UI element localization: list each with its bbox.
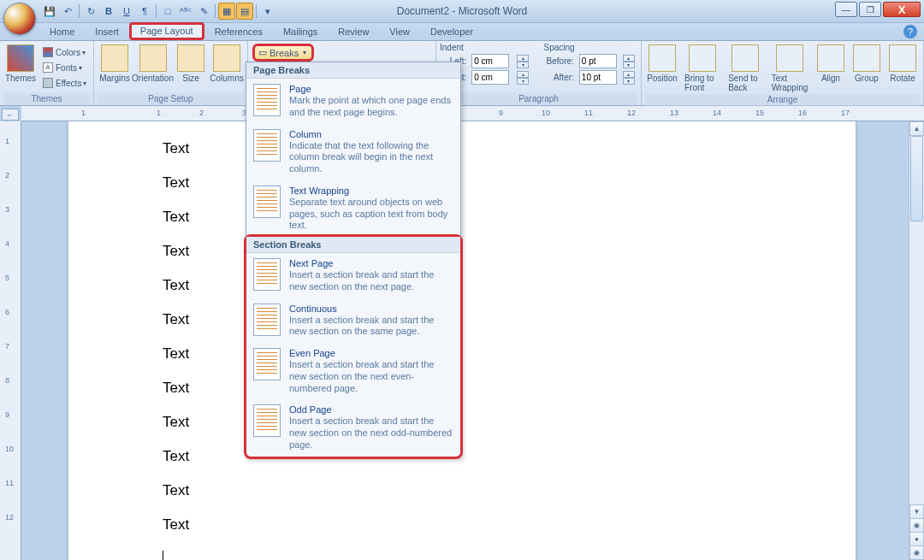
break-odd-page[interactable]: Odd PageInsert a section break and start…: [246, 399, 460, 456]
scroll-thumb[interactable]: [910, 136, 923, 221]
columns-button[interactable]: Columns: [210, 43, 244, 85]
break-page-icon: [253, 84, 281, 116]
page-breaks-header: Page Breaks: [246, 62, 460, 79]
text-line: Text: [163, 508, 761, 542]
ribbon: Themes Colors▾ AFonts▾ Effects▾ Themes M…: [0, 41, 924, 106]
quick-access-toolbar: 💾 ↶ ↻ B U ¶ □ ᴬᴮᶜ ✎ ▦ ▤ ▾: [41, 3, 276, 20]
text-cursor: [163, 551, 163, 560]
qat-sep2: [156, 4, 157, 18]
break-continuous[interactable]: ContinuousInsert a section break and sta…: [246, 298, 460, 344]
indent-right-input[interactable]: [471, 70, 509, 85]
themes-button[interactable]: Themes: [3, 43, 38, 85]
breaks-button[interactable]: ▭ Breaks ▾: [252, 44, 314, 62]
section-breaks-highlight: Section Breaks Next PageInsert a section…: [244, 234, 463, 459]
qat-new[interactable]: □: [159, 3, 176, 20]
ruler-vertical[interactable]: 1 2 3 4 5 6 7 8 9 10 11 12: [0, 121, 21, 560]
tab-developer[interactable]: Developer: [420, 24, 483, 40]
rotate-button[interactable]: Rotate: [886, 43, 920, 85]
send-back-button[interactable]: Send to Back: [725, 43, 766, 94]
break-column[interactable]: ColumnIndicate that the text following t…: [246, 124, 460, 180]
break-next-icon: [253, 258, 281, 291]
scroll-down-arrow[interactable]: ▼: [909, 504, 924, 519]
break-page[interactable]: PageMark the point at which one page end…: [246, 79, 460, 124]
qat-spellcheck[interactable]: ᴬᴮᶜ: [177, 3, 194, 20]
vertical-scrollbar[interactable]: ▲ ▼ ◉ ● ◉: [909, 121, 924, 560]
qat-highlight2[interactable]: ▤: [236, 3, 253, 20]
margins-button[interactable]: Margins: [98, 43, 132, 85]
size-button[interactable]: Size: [174, 43, 208, 85]
tab-home[interactable]: Home: [39, 24, 85, 40]
cursor-line: [163, 542, 761, 560]
tab-mailings[interactable]: Mailings: [273, 24, 328, 40]
position-button[interactable]: Position: [645, 43, 679, 85]
qat-redo[interactable]: ↻: [82, 3, 99, 20]
group-label-themes: Themes: [3, 93, 90, 105]
spacing-after-input[interactable]: [579, 70, 617, 85]
break-cont-icon: [253, 304, 281, 336]
group-paragraph: Indent Left: ▴▾ Right: ▴▾ Spacing Before…: [436, 41, 642, 105]
document-scroll: Text Text Text Text Text Text Text Text …: [21, 121, 909, 560]
orientation-button[interactable]: Orientation: [133, 43, 172, 85]
break-wrap-icon: [253, 186, 281, 218]
ruler-corner[interactable]: ⌐: [2, 109, 19, 121]
break-text-wrapping[interactable]: Text WrappingSeparate text around object…: [246, 180, 460, 237]
qat-underline[interactable]: U: [118, 3, 135, 20]
qat-highlight1[interactable]: ▦: [218, 3, 235, 20]
qat-customize[interactable]: ▾: [259, 3, 276, 20]
spacing-before-label: Before:: [544, 56, 576, 66]
text-line: Text: [163, 474, 761, 508]
break-even-icon: [253, 348, 281, 380]
theme-fonts[interactable]: AFonts▾: [39, 60, 90, 75]
theme-colors[interactable]: Colors▾: [39, 44, 90, 60]
tab-insert[interactable]: Insert: [85, 24, 129, 40]
break-column-icon: [253, 129, 281, 162]
spacing-before-input[interactable]: [579, 54, 617, 68]
spacing-after-spinner[interactable]: ▴▾: [623, 71, 635, 85]
breaks-icon: ▭: [258, 47, 267, 58]
group-label-page-setup: Page Setup: [98, 93, 244, 105]
browse-next[interactable]: ◉: [909, 545, 924, 560]
tab-references[interactable]: References: [204, 24, 273, 40]
section-breaks-header: Section Breaks: [246, 237, 460, 253]
qat-sep4: [256, 4, 257, 18]
break-next-page[interactable]: Next PageInsert a section break and star…: [246, 253, 460, 298]
tab-page-layout[interactable]: Page Layout: [129, 22, 204, 40]
qat-tool[interactable]: ✎: [195, 3, 212, 20]
minimize-button[interactable]: —: [835, 2, 857, 17]
qat-sep3: [215, 4, 216, 18]
help-icon[interactable]: ?: [903, 25, 917, 38]
tab-view[interactable]: View: [379, 24, 420, 40]
qat-paragraph-marks[interactable]: ¶: [136, 3, 153, 20]
browse-prev[interactable]: ◉: [909, 518, 924, 533]
office-button[interactable]: [3, 3, 36, 35]
titlebar: 💾 ↶ ↻ B U ¶ □ ᴬᴮᶜ ✎ ▦ ▤ ▾ Document2 - Mi…: [0, 0, 924, 23]
ruler-horizontal[interactable]: 1 1 2 3 4 5 6 7 8 9 10 11 12 13 14 15 16…: [21, 106, 924, 121]
indent-left-spinner[interactable]: ▴▾: [517, 55, 529, 68]
indent-right-spinner[interactable]: ▴▾: [517, 71, 529, 85]
align-button[interactable]: Align: [814, 43, 848, 85]
tab-review[interactable]: Review: [328, 24, 379, 40]
spacing-header: Spacing: [544, 43, 638, 54]
browse-select[interactable]: ●: [909, 532, 924, 546]
break-odd-icon: [253, 404, 281, 437]
spacing-before-spinner[interactable]: ▴▾: [623, 55, 635, 68]
theme-effects[interactable]: Effects▾: [39, 75, 90, 91]
maximize-button[interactable]: ❐: [859, 2, 881, 17]
qat-undo[interactable]: ↶: [59, 3, 76, 20]
window-controls: — ❐ X: [835, 2, 921, 17]
scroll-up-arrow[interactable]: ▲: [909, 121, 924, 136]
ribbon-tabs: Home Insert Page Layout References Maili…: [0, 23, 924, 41]
close-button[interactable]: X: [883, 2, 921, 17]
indent-left-input[interactable]: [471, 54, 509, 68]
qat-save[interactable]: 💾: [41, 3, 58, 20]
group-page-setup: Margins Orientation Size Columns Page Se…: [94, 41, 248, 105]
chevron-down-icon: ▾: [303, 49, 306, 56]
group-button[interactable]: Group: [850, 43, 884, 85]
group-label-paragraph: Paragraph: [440, 93, 637, 105]
text-wrapping-button[interactable]: Text Wrapping: [768, 43, 812, 94]
bring-front-button[interactable]: Bring to Front: [681, 43, 723, 94]
break-even-page[interactable]: Even PageInsert a section break and star…: [246, 343, 460, 399]
breaks-dropdown: Page Breaks PageMark the point at which …: [246, 62, 461, 457]
qat-bold[interactable]: B: [100, 3, 117, 20]
qat-sep: [79, 4, 80, 18]
